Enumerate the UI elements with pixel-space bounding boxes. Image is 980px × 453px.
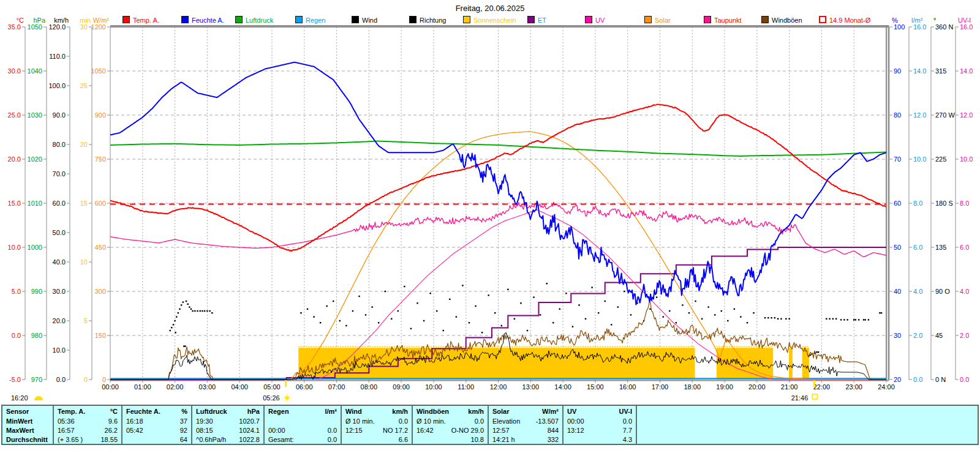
table-cell: 12:15NO 17.2 bbox=[342, 425, 413, 435]
svg-text:980: 980 bbox=[31, 332, 42, 339]
legend-label: 14.9 Monat-Ø bbox=[829, 17, 870, 24]
axis-Wm: 120010509007506004503001500W/m² bbox=[91, 17, 110, 383]
svg-text:03:00: 03:00 bbox=[199, 383, 216, 391]
axis-lm: 16.014.012.010.08.06.04.02.00.0l/m² bbox=[909, 17, 926, 383]
table-cell: Windböenkm/h bbox=[413, 406, 489, 416]
svg-text:21:00: 21:00 bbox=[781, 383, 798, 391]
svg-text:60.0: 60.0 bbox=[53, 200, 66, 207]
table-cell: 05:369.6 bbox=[54, 416, 123, 425]
table-cell: Ø 10 min.0.0 bbox=[413, 416, 489, 425]
legend-label: Wind bbox=[362, 17, 377, 24]
x-axis: 00:0001:0002:0003:0004:0005:0006:0007:00… bbox=[102, 380, 895, 391]
svg-text:07:00: 07:00 bbox=[328, 383, 345, 391]
svg-text:6.0: 6.0 bbox=[913, 244, 922, 251]
legend-swatch-icon bbox=[409, 16, 417, 23]
table-filler bbox=[637, 416, 978, 425]
sunrise-time: 05:26 bbox=[263, 394, 280, 402]
legend-label: Taupunkt bbox=[714, 17, 742, 24]
svg-text:14:00: 14:00 bbox=[554, 383, 571, 391]
svg-text:10.0: 10.0 bbox=[913, 155, 926, 163]
svg-text:0: 0 bbox=[84, 376, 88, 383]
table-cell: UVUV-I bbox=[564, 406, 637, 416]
table-cell: 6.6 bbox=[342, 435, 413, 444]
svg-text:25: 25 bbox=[80, 82, 88, 89]
series-solar bbox=[290, 132, 886, 380]
table-cell: 13:127.7 bbox=[564, 425, 637, 435]
legend-label: Regen bbox=[306, 17, 325, 24]
table-cell bbox=[265, 416, 342, 425]
svg-text:8.0: 8.0 bbox=[960, 200, 969, 207]
svg-text:0 N: 0 N bbox=[935, 376, 946, 383]
svg-text:180 S: 180 S bbox=[935, 200, 953, 207]
svg-text:5: 5 bbox=[84, 317, 88, 324]
legend-label: Luftdruck bbox=[246, 17, 273, 24]
svg-text:00:00: 00:00 bbox=[102, 383, 119, 391]
weather-chart-app: Freitag, 20.06.2025 Temp. A.Feuchte A.Lu… bbox=[0, 0, 980, 453]
table-cell: 19:301020.7 bbox=[192, 416, 265, 425]
axis-UVI: 16.014.012.010.08.06.04.02.00.0UV-I bbox=[956, 17, 973, 383]
legend-item-richtung: Richtung bbox=[409, 16, 446, 24]
svg-text:23:00: 23:00 bbox=[845, 383, 862, 391]
legend-swatch-icon bbox=[181, 16, 189, 23]
svg-text:150: 150 bbox=[95, 332, 106, 339]
table-filler bbox=[637, 435, 978, 444]
svg-text:30.0: 30.0 bbox=[53, 288, 66, 295]
svg-text:19:00: 19:00 bbox=[716, 383, 733, 391]
svg-text:1040: 1040 bbox=[28, 67, 42, 75]
svg-text:16:00: 16:00 bbox=[619, 383, 636, 391]
svg-text:80.0: 80.0 bbox=[53, 141, 66, 148]
svg-text:1000: 1000 bbox=[28, 244, 42, 251]
table-cell: 4.3 bbox=[564, 435, 637, 444]
svg-text:2.0: 2.0 bbox=[960, 332, 969, 339]
svg-text:10:00: 10:00 bbox=[425, 383, 442, 391]
legend-swatch-icon bbox=[704, 16, 711, 23]
svg-text:11:00: 11:00 bbox=[458, 383, 474, 391]
table-row-label: MaxWert bbox=[2, 425, 54, 435]
svg-text:6.0: 6.0 bbox=[960, 244, 969, 251]
legend-item-temp-a-: Temp. A. bbox=[123, 16, 159, 24]
svg-text:60: 60 bbox=[894, 200, 901, 207]
page-title: Freitag, 20.06.2025 bbox=[0, 4, 980, 13]
axis-: 360 N315270 W225180 S13590 O450 N° bbox=[931, 17, 955, 383]
table-cell: 08:151024.1 bbox=[192, 425, 265, 435]
svg-text:100.0: 100.0 bbox=[48, 82, 66, 89]
table-row-label: MinWert bbox=[2, 416, 54, 425]
svg-text:70.0: 70.0 bbox=[53, 170, 66, 178]
svg-text:20: 20 bbox=[80, 141, 88, 148]
svg-text:20.0: 20.0 bbox=[53, 317, 66, 324]
svg-text:05:00: 05:00 bbox=[263, 383, 281, 391]
legend-swatch-icon bbox=[352, 16, 359, 23]
legend-swatch-icon bbox=[235, 16, 243, 23]
table-row-label: Durchschnitt bbox=[2, 435, 54, 444]
table-cell: Windkm/h bbox=[342, 406, 413, 416]
table-cell: 16:1837 bbox=[123, 416, 192, 425]
svg-text:0.0: 0.0 bbox=[12, 332, 21, 339]
gridlines bbox=[110, 27, 886, 380]
svg-text:25.0: 25.0 bbox=[8, 111, 21, 119]
svg-text:-5.0: -5.0 bbox=[9, 376, 21, 383]
legend-item-14-9-monat-: 14.9 Monat-Ø bbox=[819, 16, 870, 24]
legend-item-solar: Solar bbox=[644, 16, 671, 24]
svg-text:2.0: 2.0 bbox=[913, 332, 922, 339]
legend-item-sonnenschein: Sonnenschein bbox=[463, 16, 516, 24]
svg-text:90: 90 bbox=[894, 67, 901, 75]
table-cell: 00:000.0 bbox=[265, 425, 342, 435]
svg-text:1030: 1030 bbox=[28, 111, 42, 119]
legend-item-feuchte-a-: Feuchte A. bbox=[181, 16, 224, 24]
legend-item-et: ET bbox=[527, 16, 546, 24]
legend-label: Temp. A. bbox=[133, 17, 159, 24]
svg-text:20.0: 20.0 bbox=[8, 155, 21, 163]
svg-text:50.0: 50.0 bbox=[53, 229, 66, 236]
axis-: 1009080706050403020% bbox=[889, 17, 905, 383]
legend-item-luftdruck: Luftdruck bbox=[235, 16, 273, 24]
svg-text:02:00: 02:00 bbox=[167, 383, 184, 391]
legend-item-uv: UV bbox=[585, 16, 605, 24]
svg-text:12.0: 12.0 bbox=[960, 111, 973, 119]
table-cell: 05:4292 bbox=[123, 425, 192, 435]
svg-text:600: 600 bbox=[95, 200, 106, 207]
svg-text:8.0: 8.0 bbox=[913, 200, 922, 207]
svg-text:4.0: 4.0 bbox=[913, 288, 922, 295]
svg-text:10.0: 10.0 bbox=[8, 244, 21, 251]
svg-text:40.0: 40.0 bbox=[53, 258, 66, 266]
svg-text:750: 750 bbox=[95, 155, 106, 163]
